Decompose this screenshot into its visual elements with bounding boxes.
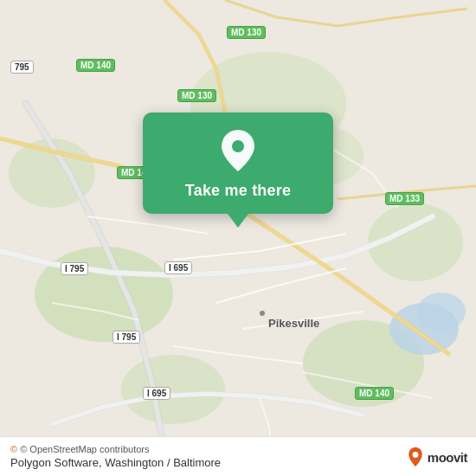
moovit-logo: moovit xyxy=(407,447,467,467)
road-label-i695-lower: I 695 xyxy=(143,387,170,400)
svg-point-1 xyxy=(35,247,173,342)
map-container: Pikesville 795 MD 140 MD 130 MD 130 MD 1… xyxy=(0,0,476,476)
svg-point-11 xyxy=(260,311,265,316)
road-label-795-top: 795 xyxy=(10,61,34,74)
svg-point-9 xyxy=(417,293,466,331)
osm-text: © OpenStreetMap contributors xyxy=(20,444,149,454)
attribution: © © OpenStreetMap contributors xyxy=(10,444,466,454)
svg-point-6 xyxy=(121,355,225,424)
road-label-md140-top: MD 140 xyxy=(76,59,115,72)
osm-copyright: © xyxy=(10,444,17,454)
road-label-i695-mid: I 695 xyxy=(164,261,192,274)
road-label-md140-lower: MD 140 xyxy=(355,387,394,400)
bottom-bar: © © OpenStreetMap contributors Polygon S… xyxy=(0,436,476,476)
app-info: Polygon Software, Washington / Baltimore xyxy=(10,456,466,469)
road-label-md130-mid: MD 130 xyxy=(177,89,216,102)
map-background: Pikesville xyxy=(0,0,476,476)
location-pin-icon xyxy=(217,128,259,173)
app-name: Polygon Software xyxy=(10,456,99,469)
location-label: Washington / Baltimore xyxy=(105,456,221,469)
moovit-text: moovit xyxy=(428,450,467,465)
road-label-i795-mid: I 795 xyxy=(61,262,88,275)
road-label-md133: MD 133 xyxy=(385,192,424,205)
road-label-i795-lower: I 795 xyxy=(113,331,140,344)
popup-label: Take me there xyxy=(185,182,291,200)
svg-point-12 xyxy=(232,140,244,152)
svg-text:Pikesville: Pikesville xyxy=(268,317,319,330)
road-label-md130-top: MD 130 xyxy=(227,26,266,39)
moovit-pin-icon xyxy=(407,447,424,467)
svg-point-13 xyxy=(412,452,418,458)
location-icon-wrap xyxy=(215,128,261,173)
popup-card[interactable]: Take me there xyxy=(143,113,333,214)
